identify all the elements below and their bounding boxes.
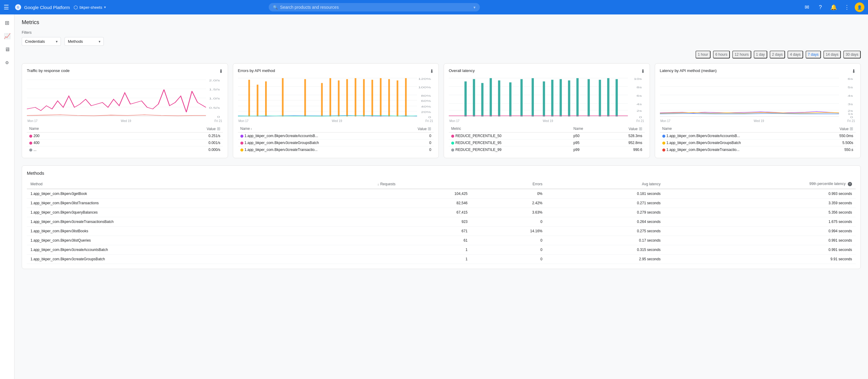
table-row: 1.app_bkper_com.Bkperv3listTransactions …	[27, 199, 856, 208]
latency-table: Metric Name Value ⊞ REDUCE_PERCENTILE_50…	[449, 125, 645, 153]
errors-name-header: Name ↕	[238, 125, 398, 133]
svg-text:1.5/s: 1.5/s	[209, 88, 220, 91]
menu-icon[interactable]: ☰	[4, 4, 11, 11]
latency-api-download-icon[interactable]: ⬇	[852, 68, 856, 74]
table-row: 400 0.001/s	[27, 139, 223, 146]
sidebar-item-dashboard[interactable]: ⊞	[1, 17, 13, 29]
user-avatar[interactable]: 👤	[855, 2, 864, 12]
credentials-filter[interactable]: Credentials ▾	[22, 37, 61, 46]
time-6hours-button[interactable]: 6 hours	[713, 50, 730, 59]
errors-download-icon[interactable]: ⬇	[430, 68, 434, 74]
latency-api-chart-title: Latency by API method (median)	[660, 68, 717, 73]
table-row: 1.app_bkper_com.Bkperv3getBook 104,425 0…	[27, 189, 856, 199]
time-7days-button[interactable]: 7 days	[806, 50, 821, 59]
charts-grid: Traffic by response code ⬇ 2.0/s 1.5/s 1…	[22, 63, 861, 158]
svg-text:0: 0	[850, 115, 853, 119]
table-row: 200 0.251/s	[27, 133, 223, 139]
legend-dot	[662, 142, 665, 145]
method-header: Method	[27, 179, 374, 189]
dashboard-icon: ⊞	[5, 20, 9, 26]
latency-chart-title: Overall latency	[449, 68, 475, 73]
email-icon-button[interactable]: ✉	[802, 2, 812, 13]
methods-filter[interactable]: Methods ▾	[65, 37, 104, 46]
methods-section: Methods Method ↓ Requests Errors Avg lat…	[22, 165, 861, 269]
monitor-icon: 🖥	[4, 46, 10, 53]
sidebar-item-monitor[interactable]: 🖥	[1, 43, 13, 56]
more-options-icon-button[interactable]: ⋮	[841, 2, 852, 13]
errors-x-labels: Mon 17 Wed 19 Fri 21	[238, 119, 434, 123]
latency-download-icon[interactable]: ⬇	[641, 68, 645, 74]
traffic-download-icon[interactable]: ⬇	[219, 68, 223, 74]
table-row: REDUCE_PERCENTILE_99 p99 990.6	[449, 146, 645, 153]
latency-api-name-header: Name	[660, 125, 820, 133]
traffic-x-labels: Mon 17 Wed 19 Fri 21	[27, 119, 223, 123]
table-row: 1.app_bkper_com.Bkperv3queryBalances 67,…	[27, 208, 856, 217]
filters-row: Credentials ▾ Methods ▾	[22, 37, 861, 46]
latency-chart-area: 10s 8s 6s 4s 2s 0	[449, 76, 645, 119]
latency-value-header: Value ⊞	[603, 125, 645, 133]
time-4days-button[interactable]: 4 days	[787, 50, 803, 59]
p99-latency-header: 99th percentile latency ?	[664, 179, 856, 189]
errors-value-header: Value ⊞	[398, 125, 434, 133]
time-12hours-button[interactable]: 12 hours	[732, 50, 751, 59]
top-navigation: ☰ G Google Cloud Platform ⬡ bkper-sheets…	[0, 0, 868, 14]
svg-text:1.0/s: 1.0/s	[209, 97, 220, 100]
latency-api-grid-icon[interactable]: ⊞	[849, 126, 853, 131]
search-bar[interactable]: 🔍 ▾	[269, 3, 480, 11]
methods-table-header-row: Method ↓ Requests Errors Avg latency 99t…	[27, 179, 856, 189]
latency-api-chart-area: 6s 5s 4s 3s 2s 1s 0	[660, 76, 856, 119]
table-row: 1.app_bkper_com.Bkperv3listQueries 61 0 …	[27, 236, 856, 245]
svg-text:2s: 2s	[637, 109, 642, 113]
svg-text:120%: 120%	[418, 77, 431, 80]
traffic-grid-icon[interactable]: ⊞	[217, 126, 220, 131]
time-14days-button[interactable]: 14 days	[824, 50, 841, 59]
time-30days-button[interactable]: 30 days	[843, 50, 861, 59]
table-row: 1.app_bkper_com.Bkperv3createAccountsB..…	[238, 133, 434, 139]
svg-text:0: 0	[639, 115, 642, 119]
project-name: bkper-sheets	[80, 5, 102, 10]
time-2days-button[interactable]: 2 days	[770, 50, 785, 59]
notifications-icon-button[interactable]: 🔔	[828, 2, 839, 13]
sidebar-item-settings[interactable]: ⚙	[1, 57, 13, 69]
time-1day-button[interactable]: 1 day	[754, 50, 767, 59]
app-title: Google Cloud Platform	[24, 5, 70, 10]
main-content-area: Metrics Filters Credentials ▾ Methods ▾ …	[14, 14, 868, 379]
errors-grid-icon[interactable]: ⊞	[428, 126, 431, 131]
filters-label: Filters	[22, 30, 861, 35]
table-row: 1.app_bkper_com.Bkperv3createGroupsBatch…	[238, 139, 434, 146]
project-icon: ⬡	[73, 4, 78, 10]
svg-text:0: 0	[428, 115, 431, 119]
sidebar-item-metrics[interactable]: 📈	[1, 30, 13, 42]
legend-dot	[662, 135, 665, 138]
errors-chart-header: Errors by API method ⬇	[238, 68, 434, 74]
legend-dot	[451, 142, 454, 145]
filters-section: Filters Credentials ▾ Methods ▾	[22, 30, 861, 46]
svg-text:20%: 20%	[421, 110, 431, 113]
search-input[interactable]	[280, 5, 471, 10]
errors-chart-svg: 120% 100% 80% 60% 40% 20% 0	[238, 76, 434, 119]
table-row: 1.app_bkper_com.Bkperv3createTransactio.…	[660, 146, 856, 153]
time-1hour-button[interactable]: 1 hour	[695, 50, 711, 59]
traffic-chart-title: Traffic by response code	[27, 68, 70, 73]
latency-grid-icon[interactable]: ⊞	[639, 126, 642, 131]
latency-api-x-labels: Mon 17 Wed 19 Fri 21	[660, 119, 856, 123]
svg-text:6s: 6s	[847, 77, 853, 80]
p99-help-icon[interactable]: ?	[848, 182, 852, 186]
latency-name-header: Name	[571, 125, 603, 133]
legend-dot	[662, 148, 665, 151]
traffic-chart-header: Traffic by response code ⬇	[27, 68, 223, 74]
page-title: Metrics	[22, 19, 861, 26]
traffic-chart-area: 2.0/s 1.5/s 1.0/s 0.5/s 0	[27, 76, 223, 119]
table-row: 1.app_bkper_com.Bkperv3createAccountsBat…	[27, 245, 856, 254]
app-logo: G Google Cloud Platform	[14, 4, 70, 11]
table-row: 1.app_bkper_com.Bkperv3createGroupsBatch…	[27, 254, 856, 264]
latency-api-chart-card: Latency by API method (median) ⬇ 6s 5s 4…	[655, 63, 861, 158]
help-icon-button[interactable]: ?	[815, 2, 826, 13]
project-selector[interactable]: ⬡ bkper-sheets ▾	[73, 4, 106, 10]
table-row: 1.app_bkper_com.Bkperv3createTransactio.…	[238, 146, 434, 153]
svg-text:0.5/s: 0.5/s	[209, 106, 220, 109]
svg-text:80%: 80%	[421, 94, 431, 97]
svg-text:3s: 3s	[847, 102, 853, 106]
svg-text:4s: 4s	[637, 102, 642, 106]
nav-right-actions: ✉ ? 🔔 ⋮ 👤	[802, 2, 864, 13]
